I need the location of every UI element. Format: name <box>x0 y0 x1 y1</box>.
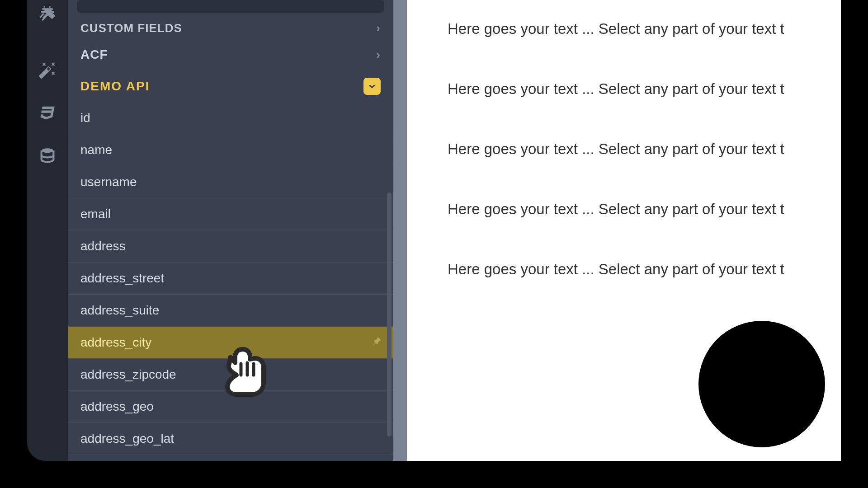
field-label: address_geo <box>80 399 154 414</box>
chevron-right-icon: › <box>376 21 381 35</box>
field-item-address[interactable]: address <box>68 230 393 263</box>
preview-text-line[interactable]: Here goes your text ... Select any part … <box>448 201 841 218</box>
field-item-address-city[interactable]: address_city <box>68 327 393 359</box>
preview-area: Here goes your text ... Select any part … <box>393 0 841 461</box>
svg-point-0 <box>42 148 54 153</box>
collapse-button[interactable] <box>363 78 381 95</box>
field-label: address <box>80 239 126 253</box>
preview-text-line[interactable]: Here goes your text ... Select any part … <box>448 80 841 98</box>
field-item-email[interactable]: email <box>68 198 393 230</box>
field-label: address_street <box>80 271 164 286</box>
field-item-id[interactable]: id <box>68 102 393 134</box>
field-label: id <box>80 111 90 125</box>
field-label: email <box>80 207 111 221</box>
avatar-circle <box>698 321 825 447</box>
section-label: ACF <box>80 47 108 62</box>
magic-icon[interactable] <box>38 61 57 79</box>
field-label: address_geo_lat <box>80 432 174 446</box>
fields-panel: CUSTOM FIELDS › ACF › DEMO API id name <box>68 0 393 461</box>
field-item-name[interactable]: name <box>68 134 393 166</box>
app-window: CUSTOM FIELDS › ACF › DEMO API id name <box>27 0 841 461</box>
field-item-address-suite[interactable]: address_suite <box>68 295 393 327</box>
section-acf[interactable]: ACF › <box>68 39 393 70</box>
field-item-address-geo[interactable]: address_geo <box>68 391 393 423</box>
search-area <box>68 0 393 17</box>
pin-icon[interactable] <box>368 334 383 350</box>
field-label: address_zipcode <box>80 367 176 382</box>
field-item-address-zipcode[interactable]: address_zipcode <box>68 359 393 391</box>
search-input[interactable] <box>77 0 384 13</box>
field-item-address-geo-lat[interactable]: address_geo_lat <box>68 423 393 455</box>
field-label: address_suite <box>80 303 159 318</box>
database-icon[interactable] <box>38 147 57 165</box>
chevron-right-icon: › <box>376 48 381 62</box>
field-label: address_city <box>80 335 151 350</box>
preview-text-line[interactable]: Here goes your text ... Select any part … <box>448 261 841 278</box>
section-label: CUSTOM FIELDS <box>80 21 182 35</box>
wand-icon[interactable] <box>38 5 57 23</box>
field-item-username[interactable]: username <box>68 166 393 198</box>
section-label: DEMO API <box>80 79 150 94</box>
field-item-address-street[interactable]: address_street <box>68 263 393 295</box>
scrollbar[interactable] <box>387 192 392 436</box>
section-custom-fields[interactable]: CUSTOM FIELDS › <box>68 17 393 39</box>
field-list: id name username email address address_s… <box>68 102 393 461</box>
preview-text-line[interactable]: Here goes your text ... Select any part … <box>448 141 841 158</box>
field-label: name <box>80 143 112 157</box>
preview-text-line[interactable]: Here goes your text ... Select any part … <box>448 20 841 38</box>
field-label: username <box>80 175 137 189</box>
css-icon[interactable] <box>38 104 57 122</box>
icon-sidebar <box>27 0 68 461</box>
section-demo-api[interactable]: DEMO API <box>68 70 393 102</box>
